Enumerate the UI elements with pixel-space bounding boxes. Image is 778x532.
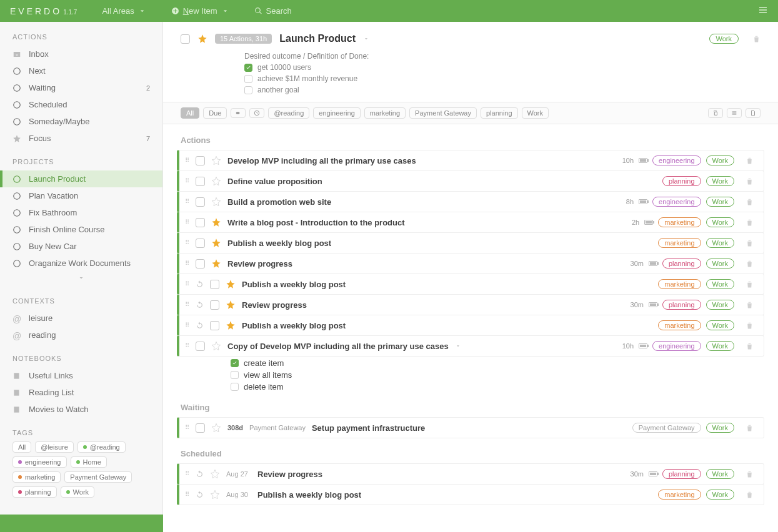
drag-handle[interactable]: ⠿: [184, 343, 189, 349]
sidebar-item[interactable]: Buy New Car: [0, 238, 162, 255]
drag-handle[interactable]: ⠿: [184, 491, 189, 498]
row-tag[interactable]: Work: [706, 300, 734, 310]
action-row[interactable]: ⠿ Publish a weekly blog post marketingWo…: [177, 232, 764, 254]
trash-icon[interactable]: [746, 177, 754, 185]
row-tag[interactable]: engineering: [652, 155, 701, 165]
trash-icon[interactable]: [746, 470, 754, 478]
row-checkbox[interactable]: [196, 259, 205, 268]
row-checkbox[interactable]: [196, 342, 205, 351]
trash-icon[interactable]: [746, 260, 754, 268]
row-tag[interactable]: Work: [706, 469, 734, 479]
filter-copy-button[interactable]: [708, 108, 723, 118]
area-tag[interactable]: Work: [709, 34, 739, 44]
areas-dropdown[interactable]: All Areas: [102, 6, 146, 16]
scheduled-row[interactable]: ⠿ Aug 30 Publish a weekly blog post mark…: [177, 484, 764, 505]
checklist-checkbox[interactable]: [244, 86, 252, 94]
star-icon[interactable]: [211, 217, 221, 227]
sidebar-context[interactable]: @leisure: [0, 310, 162, 327]
new-item-button[interactable]: New Item: [171, 6, 229, 16]
action-row[interactable]: ⠿ Publish a weekly blog post marketingWo…: [177, 273, 764, 295]
star-icon[interactable]: [211, 259, 221, 268]
trash-icon[interactable]: [746, 198, 754, 206]
tag-pill[interactable]: Work: [61, 486, 94, 498]
trash-icon[interactable]: [746, 424, 754, 432]
row-tag[interactable]: Work: [706, 423, 734, 433]
row-tag[interactable]: Work: [706, 320, 734, 330]
star-icon[interactable]: [210, 469, 220, 479]
tag-pill[interactable]: @reading: [77, 441, 126, 453]
sidebar-item[interactable]: Someday/Maybe: [0, 113, 162, 130]
sub-checkbox[interactable]: [231, 359, 239, 367]
sidebar-context[interactable]: @reading: [0, 327, 162, 343]
sidebar-item[interactable]: Reading List: [0, 384, 162, 401]
row-tag[interactable]: Work: [706, 197, 734, 207]
checklist-checkbox[interactable]: [244, 64, 252, 72]
row-checkbox[interactable]: [196, 197, 205, 207]
filter-pill[interactable]: Payment Gateway: [409, 107, 477, 119]
project-checkbox[interactable]: [181, 34, 190, 44]
sidebar-expand-projects[interactable]: [0, 272, 162, 286]
sidebar-item[interactable]: Launch Product: [0, 170, 162, 187]
action-row[interactable]: ⠿ Copy of Develop MVP including all the …: [177, 335, 764, 357]
star-icon[interactable]: [210, 490, 220, 500]
star-icon[interactable]: [211, 155, 221, 165]
sub-checkbox[interactable]: [231, 383, 239, 391]
row-tag[interactable]: Work: [706, 490, 734, 500]
row-checkbox[interactable]: [210, 300, 219, 310]
trash-icon[interactable]: [746, 157, 754, 165]
sidebar-item[interactable]: Movies to Watch: [0, 401, 162, 418]
tag-pill[interactable]: Home: [71, 456, 107, 468]
trash-icon[interactable]: [746, 280, 754, 288]
tag-pill[interactable]: All: [12, 441, 31, 453]
sidebar-item[interactable]: Oraganize Work Documents: [0, 255, 162, 272]
filter-icon-pill[interactable]: [249, 108, 264, 118]
tag-pill[interactable]: planning: [12, 486, 57, 498]
drag-handle[interactable]: ⠿: [184, 157, 189, 164]
drag-handle[interactable]: ⠿: [184, 240, 189, 246]
project-title[interactable]: Launch Product: [279, 33, 356, 44]
filter-pill[interactable]: All: [181, 107, 199, 119]
star-icon[interactable]: [211, 176, 221, 186]
action-row[interactable]: ⠿ Review progress 30m planningWork: [177, 253, 764, 274]
drag-handle[interactable]: ⠿: [184, 178, 189, 184]
sidebar-item[interactable]: Fix Bathroom: [0, 204, 162, 221]
star-icon[interactable]: [211, 423, 221, 433]
row-tag[interactable]: marketing: [658, 279, 701, 289]
drag-handle[interactable]: ⠿: [184, 302, 189, 308]
drag-handle[interactable]: ⠿: [184, 260, 189, 267]
chevron-down-icon[interactable]: [363, 36, 369, 42]
drag-handle[interactable]: ⠿: [184, 219, 189, 225]
drag-handle[interactable]: ⠿: [184, 471, 189, 477]
drag-handle[interactable]: ⠿: [184, 425, 189, 431]
row-tag[interactable]: Work: [706, 217, 734, 227]
sidebar-item[interactable]: Plan Vacation: [0, 187, 162, 204]
filter-pill[interactable]: engineering: [313, 107, 361, 119]
action-row[interactable]: ⠿ Write a blog post - Introduction to th…: [177, 212, 764, 233]
row-tag[interactable]: Work: [706, 176, 734, 186]
star-icon[interactable]: [197, 34, 207, 44]
star-icon[interactable]: [211, 341, 221, 351]
trash-icon[interactable]: [746, 322, 754, 330]
row-checkbox[interactable]: [196, 239, 205, 248]
filter-pill[interactable]: Due: [203, 107, 227, 119]
row-checkbox[interactable]: [196, 156, 205, 165]
star-icon[interactable]: [226, 300, 236, 310]
tag-pill[interactable]: marketing: [12, 471, 61, 483]
checklist-checkbox[interactable]: [244, 75, 252, 83]
star-icon[interactable]: [226, 279, 236, 289]
action-row[interactable]: ⠿ Define value proposition planningWork: [177, 170, 764, 192]
sidebar-item[interactable]: Waiting 2: [0, 79, 162, 96]
row-tag[interactable]: marketing: [658, 217, 701, 227]
star-icon[interactable]: [211, 197, 221, 207]
row-tag[interactable]: engineering: [652, 197, 701, 207]
scheduled-row[interactable]: ⠿ Aug 27 Review progress 30m planningWor…: [177, 463, 764, 485]
row-tag[interactable]: planning: [662, 469, 701, 479]
row-checkbox[interactable]: [196, 423, 205, 433]
trash-icon[interactable]: [746, 342, 754, 350]
row-checkbox[interactable]: [210, 280, 219, 289]
filter-pill[interactable]: marketing: [364, 107, 406, 119]
sidebar-item[interactable]: Finish Online Course: [0, 221, 162, 238]
tag-pill[interactable]: engineering: [12, 456, 67, 468]
trash-icon[interactable]: [746, 301, 754, 309]
row-checkbox[interactable]: [196, 218, 205, 227]
